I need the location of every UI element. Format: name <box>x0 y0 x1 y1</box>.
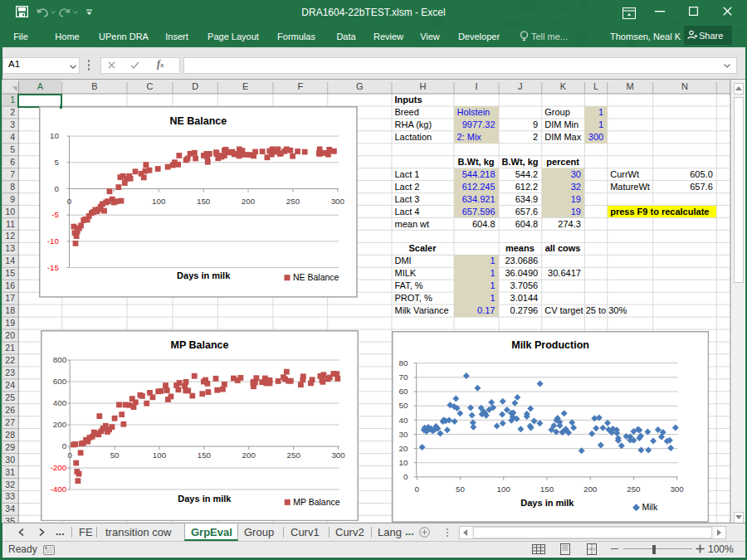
svg-text:NE Balance: NE Balance <box>169 115 227 127</box>
svg-text:Days in milk: Days in milk <box>178 494 232 504</box>
svg-text:250: 250 <box>286 450 300 460</box>
svg-text:200: 200 <box>583 485 598 494</box>
svg-text:250: 250 <box>627 485 641 494</box>
svg-text:60: 60 <box>399 387 408 397</box>
svg-text:100: 100 <box>153 450 167 460</box>
svg-text:Days in milk: Days in milk <box>177 270 231 280</box>
svg-text:40: 40 <box>399 416 408 425</box>
svg-text:600: 600 <box>53 377 67 386</box>
svg-text:300: 300 <box>671 485 685 494</box>
svg-text:0: 0 <box>62 441 67 450</box>
svg-text:-400: -400 <box>50 485 66 494</box>
svg-text:800: 800 <box>53 355 67 364</box>
svg-text:20: 20 <box>399 444 408 453</box>
svg-text:10: 10 <box>399 458 408 467</box>
svg-text:10: 10 <box>50 132 59 141</box>
svg-text:50: 50 <box>399 402 408 411</box>
svg-text:MP Balance: MP Balance <box>170 339 228 351</box>
svg-text:300: 300 <box>331 197 345 207</box>
svg-text:100: 100 <box>152 197 166 207</box>
svg-text:50: 50 <box>456 485 465 494</box>
svg-text:NE Balance: NE Balance <box>293 272 339 282</box>
svg-text:300: 300 <box>331 450 345 460</box>
svg-text:200: 200 <box>242 197 256 207</box>
svg-text:50: 50 <box>110 450 119 460</box>
svg-text:30: 30 <box>399 430 408 439</box>
svg-text:0: 0 <box>67 450 72 460</box>
svg-text:Milk Production: Milk Production <box>512 339 590 351</box>
svg-text:0: 0 <box>55 184 60 193</box>
svg-text:250: 250 <box>286 197 300 207</box>
svg-text:0: 0 <box>403 472 408 481</box>
svg-text:-200: -200 <box>50 463 66 472</box>
svg-text:-10: -10 <box>47 236 60 246</box>
svg-text:MP Balance: MP Balance <box>293 497 340 507</box>
svg-text:Days in milk: Days in milk <box>521 499 575 509</box>
svg-text:0: 0 <box>415 485 420 494</box>
svg-text:150: 150 <box>197 197 211 207</box>
svg-text:Milk: Milk <box>642 503 658 513</box>
svg-text:400: 400 <box>53 398 67 407</box>
svg-text:100: 100 <box>497 485 511 494</box>
svg-text:0: 0 <box>67 197 72 207</box>
svg-text:-5: -5 <box>51 211 59 220</box>
svg-text:70: 70 <box>399 373 408 382</box>
svg-text:150: 150 <box>540 485 554 494</box>
svg-text:150: 150 <box>198 450 212 460</box>
svg-text:200: 200 <box>242 450 256 460</box>
svg-text:-15: -15 <box>47 263 60 272</box>
svg-text:5: 5 <box>55 158 60 167</box>
svg-text:80: 80 <box>399 358 408 368</box>
svg-text:200: 200 <box>53 420 67 429</box>
